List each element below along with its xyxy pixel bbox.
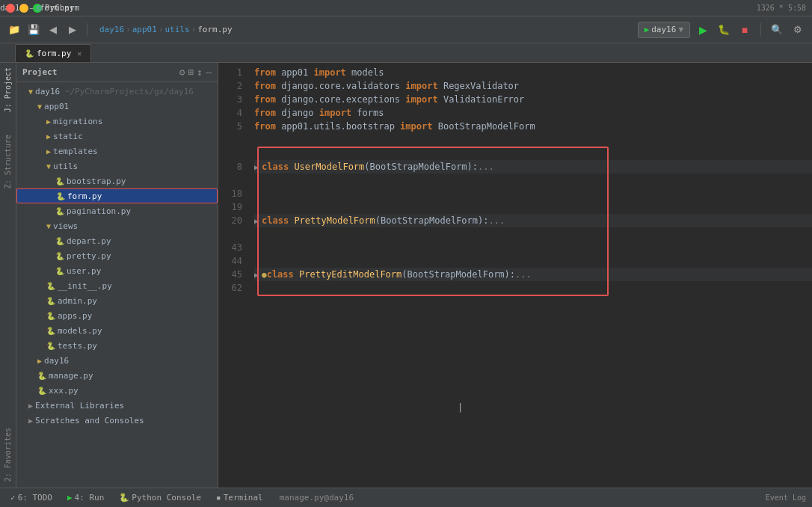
tree-label: static xyxy=(53,132,83,141)
breadcrumb-file: form.py xyxy=(197,25,232,34)
tree-label: user.py xyxy=(67,266,101,276)
tree-item-migrations[interactable]: ▶ migrations xyxy=(16,114,218,129)
tree-item-views[interactable]: ▼ views xyxy=(16,218,218,233)
tree-item-admin[interactable]: 🐍 admin.py xyxy=(16,293,218,308)
cursor-indicator: | xyxy=(458,402,463,413)
folder-icon: ▼ xyxy=(28,87,33,96)
code-line-5: from app01.utils.bootstrap import BootSt… xyxy=(254,120,812,133)
tab-close[interactable]: ✕ xyxy=(77,49,81,58)
tree-label: bootstrap.py xyxy=(67,176,126,186)
py-icon: 🐍 xyxy=(56,192,65,200)
panel-project[interactable]: J: Project xyxy=(4,64,12,115)
terminal-tab[interactable]: ▪ Terminal xyxy=(212,490,268,506)
py-icon: 🐍 xyxy=(46,327,55,335)
tree-item-form[interactable]: 🐍 form.py xyxy=(16,188,218,203)
code-line-43 xyxy=(254,241,812,254)
file-icon: 🐍 xyxy=(25,49,34,58)
close-button[interactable] xyxy=(6,4,15,13)
panel-favorites[interactable]: 2: Favorites xyxy=(4,425,12,485)
tree-item-depart[interactable]: 🐍 depart.py xyxy=(16,233,218,248)
stop-button[interactable]: ■ xyxy=(736,22,753,38)
code-line-blank2 xyxy=(254,227,812,241)
tree-item-init[interactable]: 🐍 __init__.py xyxy=(16,278,218,293)
tree-item-pagination[interactable]: 🐍 pagination.py xyxy=(16,203,218,218)
project-title: Project xyxy=(22,67,57,77)
run-config-label: day16 xyxy=(651,25,676,34)
collapse-icon[interactable]: – xyxy=(206,67,212,78)
run-config-selector[interactable]: ▶ day16 ▼ xyxy=(638,22,690,38)
gear-icon[interactable]: ⚙ xyxy=(179,67,185,78)
event-log-label[interactable]: Event Log xyxy=(766,494,806,502)
code-line-2: from django.core.validators import Regex… xyxy=(254,79,812,93)
code-line-1: from app01 import models xyxy=(254,66,812,79)
py-icon: 🐍 xyxy=(55,237,64,245)
py-icon: 🐍 xyxy=(46,282,55,290)
sep3: › xyxy=(191,25,197,34)
tree-item-bootstrap[interactable]: 🐍 bootstrap.py xyxy=(16,173,218,188)
settings-button[interactable]: ⚙ xyxy=(790,22,806,38)
code-line-7 xyxy=(254,147,812,160)
terminal-icon: ▪ xyxy=(216,493,221,503)
folder-icon: ▶ xyxy=(46,132,51,141)
event-log[interactable]: Event Log xyxy=(766,494,806,502)
code-line-6 xyxy=(254,133,812,147)
minimize-button[interactable] xyxy=(19,4,28,13)
run-button[interactable]: ▶ xyxy=(695,22,711,38)
tree-item-templates[interactable]: ▶ templates xyxy=(16,144,218,159)
code-area[interactable]: from app01 import models from django.cor… xyxy=(248,66,812,485)
tree-item-day16-root[interactable]: ▼ day16 ~/PyCharmProjects/gx/day16 xyxy=(16,84,218,99)
tree-label: templates xyxy=(53,147,98,156)
back-button[interactable]: ◀ xyxy=(45,22,61,38)
code-line-4: from django import forms xyxy=(254,106,812,120)
console-label: Python Console xyxy=(132,493,201,503)
tree-label: Scratches and Consoles xyxy=(35,416,144,425)
right-status: 1326 * 5:58 xyxy=(757,4,806,12)
tree-label: __init__.py xyxy=(58,281,112,291)
tree-item-tests[interactable]: 🐍 tests.py xyxy=(16,338,218,353)
separator2 xyxy=(760,23,761,37)
tree-item-user[interactable]: 🐍 user.py xyxy=(16,263,218,278)
folder-icon: ▼ xyxy=(46,222,51,230)
code-line-8: ▶class UserModelForm(BootStrapModelForm)… xyxy=(254,160,812,173)
debug-button[interactable]: 🐛 xyxy=(716,22,732,38)
tree-item-apps[interactable]: 🐍 apps.py xyxy=(16,308,218,323)
left-panel-strip: J: Project Z: Structure 2: Favorites xyxy=(0,63,16,488)
run-icon: ▶ xyxy=(67,493,73,503)
tree-item-manage[interactable]: 🐍 manage.py xyxy=(16,368,218,383)
search-everywhere-button[interactable]: 🔍 xyxy=(769,22,785,38)
tree-item-utils[interactable]: ▼ utils xyxy=(16,159,218,173)
run-config-display: manage.py@day16 xyxy=(280,493,354,503)
expand-icon[interactable]: ↕ xyxy=(197,67,203,78)
tree-item-scratches[interactable]: ▶ Scratches and Consoles xyxy=(16,413,218,428)
app-logo: ⚙ PyCharm xyxy=(36,2,79,13)
tree-label: pretty.py xyxy=(67,251,111,261)
run-label: 4: Run xyxy=(75,493,105,503)
panel-structure[interactable]: Z: Structure xyxy=(4,132,12,191)
code-line-62 xyxy=(254,281,812,295)
tree-item-external[interactable]: ▶ External Libraries xyxy=(16,398,218,413)
todo-tab[interactable]: ✓ 6: TODO xyxy=(6,490,57,506)
open-folder-button[interactable]: 📁 xyxy=(6,22,22,38)
breadcrumb-app01[interactable]: app01 xyxy=(132,25,157,34)
tab-form-py[interactable]: 🐍 form.py ✕ xyxy=(15,44,91,62)
tree-item-models[interactable]: 🐍 models.py xyxy=(16,323,218,338)
forward-button[interactable]: ▶ xyxy=(64,22,81,38)
layout-icon[interactable]: ⊞ xyxy=(188,67,194,78)
python-console-tab[interactable]: 🐍 Python Console xyxy=(114,490,206,506)
tree-label: xxx.py xyxy=(49,386,79,396)
tree-item-pretty[interactable]: 🐍 pretty.py xyxy=(16,248,218,263)
todo-icon: ✓ xyxy=(10,493,16,503)
tree-item-static[interactable]: ▶ static xyxy=(16,129,218,144)
py-icon: 🐍 xyxy=(46,342,55,350)
tree-label: admin.py xyxy=(58,296,97,306)
breadcrumb-day16[interactable]: day16 xyxy=(99,25,124,34)
run-tab[interactable]: ▶ 4: Run xyxy=(63,490,108,506)
breadcrumb-utils[interactable]: utils xyxy=(165,25,190,34)
tree-item-day16-folder[interactable]: ▶ day16 xyxy=(16,353,218,368)
tree-label: apps.py xyxy=(58,311,92,321)
folder-icon: ▶ xyxy=(28,402,33,410)
folder-icon: ▼ xyxy=(46,162,51,170)
tree-item-xxx[interactable]: 🐍 xxx.py xyxy=(16,383,218,398)
tree-item-app01[interactable]: ▼ app01 xyxy=(16,99,218,114)
save-button[interactable]: 💾 xyxy=(25,22,42,38)
